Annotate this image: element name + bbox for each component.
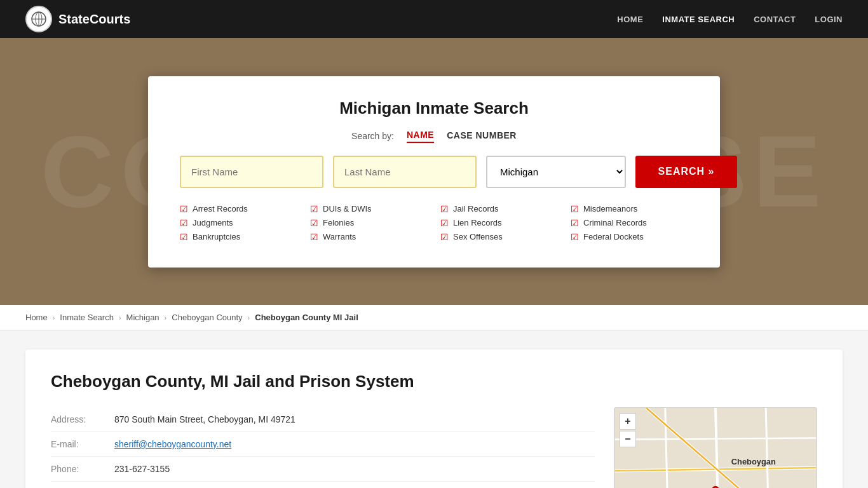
- tab-case-number[interactable]: CASE NUMBER: [447, 130, 517, 142]
- breadcrumb-county[interactable]: Cheboygan County: [172, 313, 242, 322]
- checkbox-item: ☑Jail Records: [440, 204, 558, 214]
- map-placeholder: Cheboygan + −: [614, 408, 817, 488]
- checkbox-item: ☑Misdemeanors: [571, 204, 688, 214]
- nav-inmate-search[interactable]: INMATE SEARCH: [662, 15, 735, 24]
- website-row: Website: http://www.cheboygancounty.net/…: [51, 482, 595, 488]
- logo[interactable]: StateCourts: [25, 6, 130, 32]
- checkbox-item: ☑Lien Records: [440, 218, 558, 228]
- phone-label: Phone:: [51, 464, 102, 474]
- nav-contact[interactable]: CONTACT: [754, 15, 796, 24]
- check-icon: ☑: [571, 218, 579, 228]
- checkbox-item: ☑Federal Dockets: [571, 232, 688, 242]
- content-card-title: Cheboygan County, MI Jail and Prison Sys…: [51, 372, 817, 391]
- checkbox-item: ☑Arrest Records: [180, 204, 297, 214]
- checkbox-label: Bankruptcies: [193, 232, 240, 241]
- checkbox-item: ☑Bankruptcies: [180, 232, 297, 242]
- breadcrumb-state[interactable]: Michigan: [126, 313, 159, 322]
- check-icon: ☑: [180, 218, 188, 228]
- checkbox-item: ☑Sex Offenses: [440, 232, 558, 242]
- phone-value: 231-627-3155: [114, 464, 170, 474]
- breadcrumb-home[interactable]: Home: [25, 313, 48, 322]
- breadcrumb-sep-3: ›: [165, 314, 167, 322]
- header: StateCourts HOME INMATE SEARCH CONTACT L…: [0, 0, 868, 38]
- search-inputs-row: Michigan Alabama Alaska Arizona Californ…: [180, 156, 688, 188]
- svg-text:Cheboygan: Cheboygan: [731, 457, 776, 466]
- check-icon: ☑: [310, 204, 318, 214]
- map-zoom-plus[interactable]: +: [620, 413, 636, 430]
- checkbox-label: Lien Records: [453, 218, 502, 227]
- email-value[interactable]: sheriff@cheboygancounty.net: [114, 439, 231, 449]
- checkbox-label: Warrants: [323, 232, 356, 241]
- check-icon: ☑: [440, 204, 449, 214]
- address-row: Address: 870 South Main Street, Cheboyga…: [51, 407, 595, 432]
- check-icon: ☑: [440, 232, 449, 242]
- check-icon: ☑: [180, 232, 188, 242]
- check-icon: ☑: [571, 232, 579, 242]
- main-content: Cheboygan County, MI Jail and Prison Sys…: [0, 330, 868, 488]
- address-label: Address:: [51, 414, 102, 424]
- checkbox-label: Felonies: [323, 218, 354, 227]
- search-button[interactable]: SEARCH »: [635, 156, 737, 188]
- checkbox-item: ☑Warrants: [310, 232, 428, 242]
- check-icon: ☑: [440, 218, 449, 228]
- checkbox-label: Criminal Records: [583, 218, 647, 227]
- state-select[interactable]: Michigan Alabama Alaska Arizona Californ…: [486, 156, 626, 188]
- breadcrumb-sep-2: ›: [119, 314, 121, 322]
- check-icon: ☑: [571, 204, 579, 214]
- hero-section: COURTHOUSE Michigan Inmate Search Search…: [0, 38, 868, 305]
- checkbox-label: Jail Records: [453, 204, 499, 214]
- checkbox-label: Arrest Records: [193, 204, 248, 214]
- info-layout: Address: 870 South Main Street, Cheboyga…: [51, 407, 817, 488]
- checkbox-label: Federal Dockets: [583, 232, 644, 241]
- search-by-label: Search by:: [351, 131, 394, 141]
- check-icon: ☑: [310, 218, 318, 228]
- checkbox-label: DUIs & DWIs: [323, 204, 372, 214]
- map-zoom-minus[interactable]: −: [620, 431, 636, 447]
- checkbox-item: ☑Judgments: [180, 218, 297, 228]
- checkbox-item: ☑Felonies: [310, 218, 428, 228]
- info-details: Address: 870 South Main Street, Cheboyga…: [51, 407, 595, 488]
- last-name-input[interactable]: [333, 156, 477, 188]
- nav: HOME INMATE SEARCH CONTACT LOGIN: [617, 15, 843, 24]
- email-label: E-mail:: [51, 439, 102, 449]
- first-name-input[interactable]: [180, 156, 323, 188]
- nav-home[interactable]: HOME: [617, 15, 643, 24]
- checkbox-label: Judgments: [193, 218, 233, 227]
- logo-text: StateCourts: [58, 12, 130, 27]
- breadcrumb-sep-1: ›: [53, 314, 55, 322]
- breadcrumb-sep-4: ›: [248, 314, 250, 322]
- search-by-row: Search by: NAME CASE NUMBER: [180, 130, 688, 143]
- email-row: E-mail: sheriff@cheboygancounty.net: [51, 432, 595, 457]
- content-card: Cheboygan County, MI Jail and Prison Sys…: [25, 349, 843, 488]
- checkbox-item: ☑Criminal Records: [571, 218, 688, 228]
- phone-row: Phone: 231-627-3155: [51, 457, 595, 482]
- map-container: Cheboygan + −: [614, 407, 817, 488]
- tab-name[interactable]: NAME: [407, 130, 434, 143]
- logo-icon: [25, 6, 52, 32]
- checkbox-label: Sex Offenses: [453, 232, 503, 241]
- search-card-title: Michigan Inmate Search: [180, 98, 688, 118]
- checkbox-item: ☑DUIs & DWIs: [310, 204, 428, 214]
- breadcrumb-inmate-search[interactable]: Inmate Search: [60, 313, 114, 322]
- check-icon: ☑: [180, 204, 188, 214]
- checkboxes-grid: ☑Arrest Records☑DUIs & DWIs☑Jail Records…: [180, 204, 688, 242]
- address-value: 870 South Main Street, Cheboygan, MI 497…: [114, 414, 295, 424]
- search-card: Michigan Inmate Search Search by: NAME C…: [148, 76, 720, 268]
- nav-login[interactable]: LOGIN: [815, 15, 843, 24]
- breadcrumb: Home › Inmate Search › Michigan › Cheboy…: [0, 305, 868, 330]
- breadcrumb-current: Cheboygan County MI Jail: [255, 313, 358, 322]
- checkbox-label: Misdemeanors: [583, 204, 637, 214]
- check-icon: ☑: [310, 232, 318, 242]
